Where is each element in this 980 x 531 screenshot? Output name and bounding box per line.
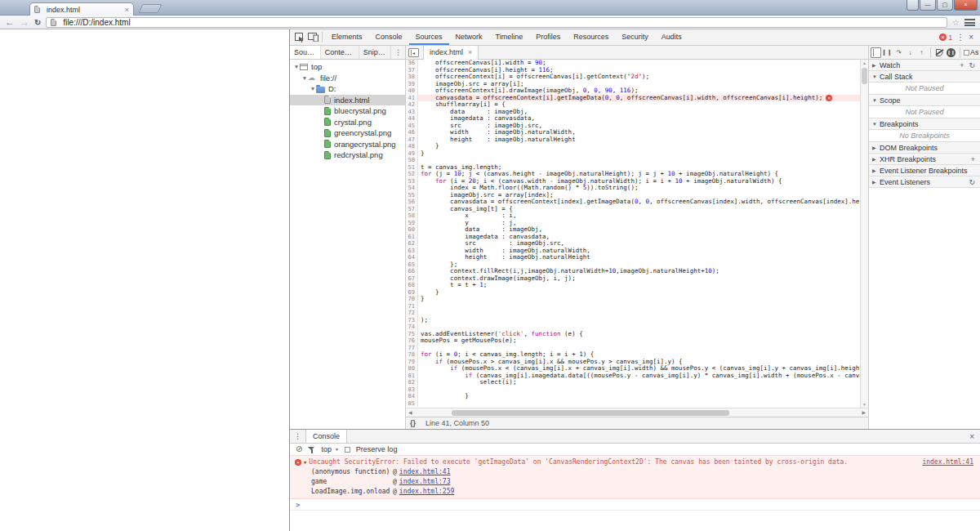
stack-source-link[interactable]: index.html:73 bbox=[399, 478, 451, 485]
new-tab-button[interactable] bbox=[138, 4, 162, 13]
execution-context-selector[interactable]: top ▼ bbox=[321, 445, 338, 453]
line-number[interactable]: 67 bbox=[406, 275, 418, 283]
line-number[interactable]: 43 bbox=[406, 109, 418, 116]
line-number[interactable]: 73 bbox=[406, 317, 418, 324]
line-number[interactable]: 60 bbox=[406, 226, 418, 234]
error-source-link[interactable]: index.html:41 bbox=[914, 458, 973, 466]
section-xhr-breakpoints[interactable]: ▶XHR Breakpoints+ bbox=[869, 154, 980, 165]
line-number[interactable]: 46 bbox=[406, 129, 418, 136]
tree-item-file-[interactable]: ▼☁file:// bbox=[290, 73, 405, 84]
line-number[interactable]: 74 bbox=[406, 324, 418, 331]
line-number[interactable]: 45 bbox=[406, 123, 418, 130]
pause-script-icon[interactable]: ❙❙ bbox=[882, 47, 893, 58]
tree-item-crystal-png[interactable]: crystal.png bbox=[290, 117, 405, 128]
line-number[interactable]: 56 bbox=[406, 199, 418, 206]
line-number[interactable]: 52 bbox=[406, 171, 418, 178]
stack-source-link[interactable]: index.html:41 bbox=[399, 468, 451, 475]
line-number[interactable]: 48 bbox=[406, 143, 418, 150]
console-prompt-row[interactable]: > bbox=[290, 499, 980, 511]
devtools-tab-audits[interactable]: Audits bbox=[655, 29, 688, 45]
tree-item-d-[interactable]: ▼D: bbox=[290, 83, 405, 95]
forward-icon[interactable]: → bbox=[20, 17, 29, 27]
pause-on-exceptions-icon[interactable]: ❙❙ bbox=[947, 48, 956, 57]
filter-icon[interactable] bbox=[308, 446, 315, 453]
navigator-tab-sources[interactable]: Sources bbox=[290, 46, 321, 59]
line-number[interactable]: 61 bbox=[406, 234, 418, 241]
step-into-icon[interactable]: ↓ bbox=[905, 47, 915, 58]
line-number[interactable]: 71 bbox=[406, 303, 418, 310]
tree-item-orangecrystal-png[interactable]: orangecrystal.png bbox=[290, 139, 405, 150]
line-number[interactable]: 82 bbox=[406, 379, 418, 386]
line-number[interactable]: 62 bbox=[406, 240, 418, 248]
section-breakpoints[interactable]: ▼Breakpoints bbox=[869, 118, 980, 130]
tree-expander-icon[interactable]: ▼ bbox=[293, 64, 300, 69]
tab-console[interactable]: Console bbox=[305, 430, 347, 443]
line-number[interactable]: 49 bbox=[406, 150, 418, 158]
tree-item-top[interactable]: ▼top bbox=[290, 61, 405, 73]
devtools-menu-icon[interactable]: ⋮ bbox=[956, 33, 964, 42]
line-number[interactable]: 58 bbox=[406, 212, 418, 220]
line-number[interactable]: 85 bbox=[406, 400, 418, 408]
inspect-element-icon[interactable] bbox=[294, 32, 305, 43]
line-number[interactable]: 55 bbox=[406, 192, 418, 199]
tab-close-icon[interactable]: × bbox=[125, 6, 129, 14]
async-checkbox[interactable] bbox=[964, 50, 969, 56]
tree-expander-icon[interactable]: ▼ bbox=[301, 75, 308, 81]
line-number[interactable]: 44 bbox=[406, 115, 418, 123]
line-number[interactable]: 37 bbox=[406, 67, 418, 74]
line-number[interactable]: 70 bbox=[406, 296, 418, 303]
line-number[interactable]: 79 bbox=[406, 359, 418, 366]
pretty-print-icon[interactable]: {} bbox=[410, 419, 416, 427]
devtools-tab-security[interactable]: Security bbox=[615, 29, 655, 45]
line-number[interactable]: 39 bbox=[406, 81, 418, 88]
collapse-navigator-icon[interactable]: ◂ bbox=[408, 48, 419, 57]
clear-console-icon[interactable]: ⊘ bbox=[296, 445, 302, 453]
devtools-tab-resources[interactable]: Resources bbox=[567, 29, 615, 45]
line-number[interactable]: 75 bbox=[406, 331, 418, 338]
tree-item-greencrystal-png[interactable]: greencrystal.png bbox=[290, 127, 405, 139]
drawer-menu-icon[interactable]: ⋮ bbox=[290, 430, 305, 443]
deactivate-breakpoints-icon[interactable] bbox=[934, 47, 945, 58]
navigator-menu-icon[interactable]: ⋮ bbox=[391, 46, 405, 59]
editor-tab-close-icon[interactable]: × bbox=[468, 48, 472, 56]
devtools-tab-network[interactable]: Network bbox=[449, 29, 489, 45]
scroll-up-icon[interactable]: ▲ bbox=[861, 60, 868, 65]
line-number[interactable]: 69 bbox=[406, 289, 418, 297]
line-number[interactable]: 83 bbox=[406, 386, 418, 394]
error-count-badge[interactable]: × 1 bbox=[939, 33, 952, 42]
line-number[interactable]: 81 bbox=[406, 373, 418, 380]
devtools-tab-profiles[interactable]: Profiles bbox=[529, 29, 567, 45]
line-number[interactable]: 76 bbox=[406, 337, 418, 345]
scroll-right-icon[interactable]: ▶ bbox=[862, 409, 866, 415]
tree-item-redcrystal-png[interactable]: redcrystal.png bbox=[290, 149, 405, 161]
navigator-tab-snippets[interactable]: Snippets bbox=[359, 46, 391, 59]
profile-button[interactable] bbox=[906, 0, 919, 11]
line-number[interactable]: 47 bbox=[406, 136, 418, 144]
devtools-tab-timeline[interactable]: Timeline bbox=[489, 29, 530, 45]
scroll-left-icon[interactable]: ◀ bbox=[408, 409, 412, 415]
section-scope[interactable]: ▼Scope bbox=[869, 95, 980, 106]
device-mode-icon[interactable] bbox=[307, 32, 318, 43]
maximize-button[interactable]: ▢ bbox=[937, 0, 953, 11]
devtools-close-icon[interactable]: × bbox=[969, 33, 973, 42]
line-number[interactable]: 78 bbox=[406, 351, 418, 359]
line-number[interactable]: 72 bbox=[406, 310, 418, 317]
toggle-panel-icon[interactable] bbox=[871, 47, 881, 58]
line-number[interactable]: 54 bbox=[406, 185, 418, 192]
line-number[interactable]: 68 bbox=[406, 282, 418, 289]
refresh-icon[interactable]: ↻ bbox=[967, 61, 977, 69]
section-call-stack[interactable]: ▼Call Stack bbox=[869, 71, 980, 83]
section-event-listeners[interactable]: ▶Event Listeners↻ bbox=[869, 176, 980, 188]
stack-source-link[interactable]: index.html:259 bbox=[399, 488, 454, 495]
devtools-tab-console[interactable]: Console bbox=[369, 29, 409, 45]
line-number[interactable]: 59 bbox=[406, 220, 418, 227]
browser-tab[interactable]: index.html × bbox=[29, 2, 134, 16]
browser-menu-icon[interactable] bbox=[964, 19, 975, 26]
plus-icon[interactable]: + bbox=[969, 155, 977, 163]
vertical-scroll-thumb[interactable] bbox=[862, 68, 867, 84]
line-number[interactable]: 64 bbox=[406, 254, 418, 261]
line-number[interactable]: 42 bbox=[406, 101, 418, 109]
expand-stack-icon[interactable]: ▼ bbox=[304, 460, 306, 465]
devtools-tab-elements[interactable]: Elements bbox=[325, 29, 369, 45]
line-number[interactable]: 65 bbox=[406, 261, 418, 269]
